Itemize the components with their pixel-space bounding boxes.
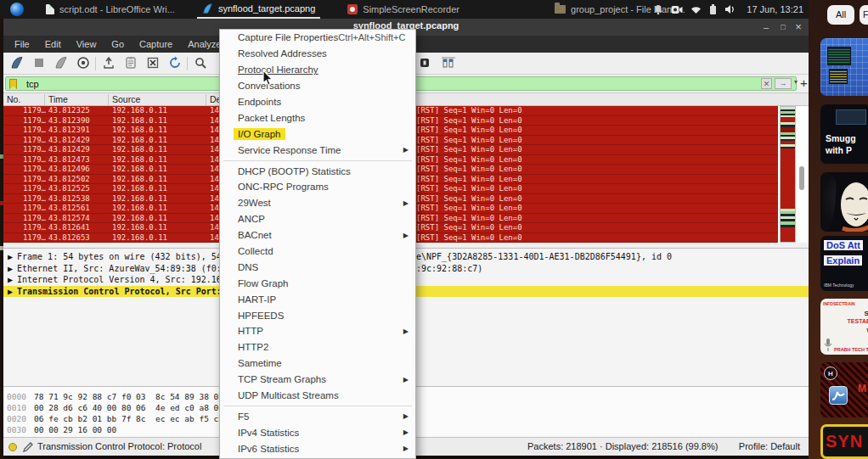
filter-chip-all[interactable]: All bbox=[827, 5, 854, 25]
packet-time: 43.812502 bbox=[48, 175, 90, 184]
statistics-menu-item[interactable]: Flow Graph bbox=[220, 275, 415, 291]
expander-arrow-icon[interactable]: ▶ bbox=[8, 274, 13, 286]
packet-info: [RST] Seq=1 Win=0 Len=0 bbox=[416, 184, 522, 193]
statistics-menu-item[interactable]: Sametime bbox=[220, 355, 415, 372]
statistics-menu-item[interactable]: Protocol Hierarchy bbox=[220, 62, 415, 78]
statistics-menu-item[interactable]: HART-IP bbox=[220, 291, 415, 307]
profile-label[interactable]: Profile: Default bbox=[739, 441, 800, 451]
wifi-icon[interactable] bbox=[690, 5, 702, 14]
taskbar-window-wireshark[interactable]: synflood_target.pcapng bbox=[197, 0, 320, 19]
detail-text-continued: e\NPF_{3D2A8285-1331-40D1-AE31-DB2D86F54… bbox=[416, 251, 672, 263]
menu-bar-item[interactable]: Edit bbox=[37, 36, 69, 52]
filter-apply-icon[interactable]: → bbox=[775, 78, 792, 89]
statistics-menu-item[interactable]: Service Response Time ▶ bbox=[220, 142, 415, 158]
reload-icon[interactable] bbox=[168, 56, 183, 71]
statistics-menu-item[interactable]: HTTP ▶ bbox=[220, 323, 415, 339]
detail-text: Ethernet II, Src: AzureWav_54:89:38 (f0:… bbox=[17, 263, 242, 275]
filter-clear-icon[interactable]: ✕ bbox=[761, 78, 772, 89]
filter-add-button[interactable]: + bbox=[800, 76, 808, 90]
menu-bar-item[interactable]: Go bbox=[104, 36, 132, 52]
menu-bar-item[interactable]: File bbox=[7, 36, 37, 52]
statistics-menu-item[interactable]: I/O Graph bbox=[220, 126, 415, 142]
column-divider[interactable] bbox=[108, 94, 109, 105]
app-launcher-icon[interactable] bbox=[10, 3, 24, 16]
save-capture-icon[interactable] bbox=[124, 56, 139, 71]
column-header[interactable]: Source bbox=[112, 94, 140, 104]
packet-source: 192.168.0.11 bbox=[112, 223, 167, 232]
colorize-packets-icon[interactable] bbox=[418, 56, 433, 71]
column-divider[interactable] bbox=[44, 94, 45, 105]
minimize-button[interactable]: – bbox=[758, 19, 775, 36]
folder-icon bbox=[555, 5, 566, 14]
find-packet-icon[interactable] bbox=[194, 56, 209, 71]
scrollbar-thumb[interactable] bbox=[799, 166, 804, 190]
statistics-menu-item[interactable]: IPv6 Statistics ▶ bbox=[220, 440, 415, 456]
statistics-menu-item[interactable]: HTTP2 bbox=[220, 339, 415, 355]
video-thumbnail-retro-computers[interactable] bbox=[820, 38, 868, 96]
packet-info: [RST] Seq=1 Win=0 Len=0 bbox=[416, 214, 522, 223]
restart-capture-icon[interactable] bbox=[54, 56, 70, 71]
statistics-menu-item[interactable]: Packet Lengths bbox=[220, 109, 415, 126]
statistics-menu-item[interactable]: DNS bbox=[220, 259, 415, 275]
filter-chip-partial[interactable]: F bbox=[860, 5, 868, 25]
video-thumbnail-syn[interactable]: SYN bbox=[820, 424, 868, 459]
video-thumbnail-anonymous-mask[interactable] bbox=[820, 172, 868, 232]
maximize-button[interactable]: □ bbox=[775, 19, 792, 36]
statistics-menu-item[interactable]: ANCP bbox=[220, 211, 415, 227]
statistics-menu-item[interactable]: 29West ▶ bbox=[220, 195, 415, 211]
video-thumbnail-smuggling[interactable]: Smugg with P bbox=[820, 104, 868, 164]
volume-icon[interactable] bbox=[724, 4, 736, 14]
resize-columns-icon[interactable] bbox=[440, 56, 455, 71]
filter-dropdown-caret-icon[interactable]: ▾ bbox=[794, 78, 798, 86]
statistics-menu-item[interactable]: TCP Stream Graphs ▶ bbox=[220, 372, 415, 388]
statistics-menu-item[interactable]: Resolved Addresses bbox=[220, 46, 415, 62]
statistics-menu-item[interactable]: Capture File Properties Ctrl+Alt+Shift+C bbox=[220, 30, 415, 46]
menu-bar-item[interactable]: View bbox=[69, 36, 104, 52]
bell-icon[interactable] bbox=[653, 4, 663, 15]
video-thumbnail-infosectrain[interactable]: INFOSECTRAIN SYN TESTABLE WHI PRABH TECH… bbox=[820, 299, 868, 355]
close-button[interactable]: × bbox=[790, 19, 807, 36]
statistics-menu-item[interactable]: Collectd bbox=[220, 243, 415, 260]
expert-info-icon[interactable] bbox=[8, 443, 17, 451]
clock[interactable]: 17 Jun, 13:21 bbox=[747, 4, 803, 14]
stop-capture-icon[interactable] bbox=[32, 56, 48, 71]
submenu-arrow-icon: ▶ bbox=[400, 376, 409, 383]
start-capture-icon[interactable] bbox=[10, 56, 25, 71]
intelligent-scrollbar-minimap[interactable] bbox=[780, 106, 796, 243]
statistics-menu-item[interactable]: Conversations bbox=[220, 78, 415, 94]
battery-icon[interactable] bbox=[709, 4, 717, 15]
video-thumbnail-hxp[interactable]: H M bbox=[820, 362, 868, 417]
menu-item-label: HART-IP bbox=[238, 294, 276, 305]
packet-info: [RST] Seq=1 Win=0 Len=0 bbox=[416, 155, 522, 165]
column-header[interactable]: No. bbox=[7, 94, 20, 104]
statistics-menu-item[interactable]: DHCP (BOOTP) Statistics bbox=[220, 163, 415, 179]
statistics-menu-item[interactable]: ONC-RPC Programs bbox=[220, 179, 415, 195]
expander-arrow-icon[interactable]: ▶ bbox=[8, 251, 13, 263]
taskbar-window-screenrecorder[interactable]: SimpleScreenRecorder bbox=[342, 0, 465, 19]
menu-bar-item[interactable]: Capture bbox=[132, 36, 180, 52]
microphone-icon bbox=[824, 338, 832, 353]
close-capture-icon[interactable] bbox=[146, 56, 161, 71]
statistics-menu-item[interactable]: HPFEEDS bbox=[220, 307, 415, 323]
capture-options-icon[interactable] bbox=[76, 56, 92, 71]
submenu-arrow-icon: ▶ bbox=[400, 412, 409, 420]
statistics-menu-item[interactable]: IPv4 Statistics ▶ bbox=[220, 424, 415, 440]
system-tray: 17 Jun, 13:21 bbox=[653, 0, 803, 19]
column-divider[interactable] bbox=[206, 94, 206, 105]
statistics-menu-item[interactable]: Endpoints bbox=[220, 94, 415, 110]
statistics-menu-item[interactable]: F5 ▶ bbox=[220, 408, 415, 424]
expander-arrow-icon[interactable]: ▶ bbox=[8, 286, 13, 298]
statistics-menu-item[interactable]: UDP Multicast Streams bbox=[220, 388, 415, 404]
video-thumbnail-dos-attack[interactable]: DoS Att Explain IBM Technology bbox=[820, 236, 868, 291]
screen-graphic bbox=[836, 109, 866, 125]
packet-number: 1179… bbox=[3, 126, 46, 135]
open-capture-icon[interactable] bbox=[102, 56, 117, 71]
taskbar-window-libreoffice[interactable]: script.odt - LibreOffice Wri... bbox=[41, 0, 180, 19]
status-message: Transmission Control Protocol: Protocol bbox=[37, 441, 201, 451]
screen-record-icon[interactable] bbox=[671, 5, 683, 14]
capture-comment-icon[interactable] bbox=[22, 441, 34, 453]
monitor-graphic bbox=[827, 47, 851, 65]
statistics-menu-item[interactable]: BACnet ▶ bbox=[220, 227, 415, 243]
column-header[interactable]: Time bbox=[48, 94, 68, 104]
expander-arrow-icon[interactable]: ▶ bbox=[8, 263, 13, 275]
